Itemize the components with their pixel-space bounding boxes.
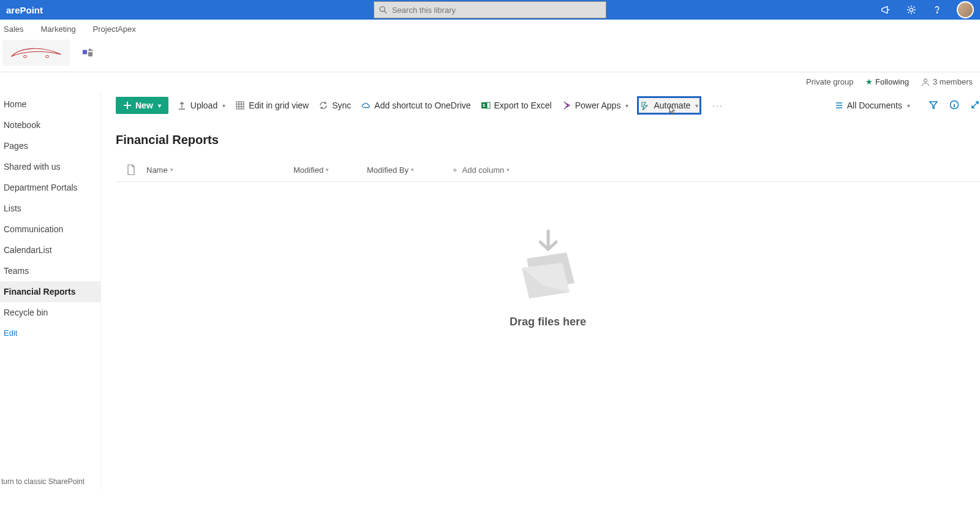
svg-point-2 [910, 8, 913, 11]
person-icon [921, 78, 930, 86]
classic-sharepoint-link[interactable]: turn to classic SharePoint [1, 477, 85, 486]
plus-icon [123, 101, 132, 110]
svg-point-5 [45, 56, 48, 58]
view-icon [835, 101, 843, 110]
search-icon [379, 6, 387, 14]
chevron-down-icon: ▾ [695, 102, 698, 109]
view-selector[interactable]: All Documents▾ [835, 100, 910, 110]
empty-state-text: Drag files here [510, 316, 586, 328]
nav-recycle-bin[interactable]: Recycle bin [0, 302, 100, 323]
chevron-down-icon: ▾ [507, 167, 510, 173]
group-privacy-label: Private group [806, 77, 853, 86]
library-title: Financial Reports [116, 133, 980, 147]
chevron-down-icon: ▾ [625, 102, 628, 109]
empty-library-state[interactable]: Drag files here [116, 225, 980, 328]
svg-line-1 [384, 11, 386, 13]
settings-icon[interactable] [905, 4, 918, 16]
cursor-icon [668, 105, 678, 115]
info-button[interactable] [949, 100, 959, 112]
hub-nav-sales[interactable]: Sales [4, 22, 24, 36]
edit-grid-button[interactable]: Edit in grid view [234, 98, 310, 113]
more-commands-button[interactable]: ··· [709, 100, 727, 110]
search-box[interactable] [374, 1, 606, 18]
powerapps-icon [562, 100, 571, 110]
svg-point-4 [23, 56, 26, 58]
upload-button[interactable]: Upload▾ [176, 98, 227, 113]
teams-icon[interactable] [82, 47, 93, 59]
nav-shared-with-us[interactable]: Shared with us [0, 156, 100, 177]
user-avatar[interactable] [957, 1, 974, 18]
nav-lists[interactable]: Lists [0, 198, 100, 219]
nav-teams[interactable]: Teams [0, 260, 100, 281]
column-modified[interactable]: Modified▾ [293, 165, 367, 175]
nav-financial-reports[interactable]: Financial Reports [0, 281, 100, 302]
hub-nav: Sales Marketing ProjectApex [0, 20, 980, 36]
app-title: arePoint [6, 5, 43, 15]
nav-communication[interactable]: Communication [0, 219, 100, 240]
new-button[interactable]: New ▾ [116, 97, 168, 114]
following-toggle[interactable]: ★ Following [865, 77, 909, 86]
add-shortcut-button[interactable]: Add shortcut to OneDrive [360, 98, 472, 113]
megaphone-icon[interactable] [880, 4, 892, 16]
column-name[interactable]: Name▾ [146, 165, 293, 175]
sync-icon [318, 100, 328, 110]
export-excel-button[interactable]: Export to Excel [480, 98, 553, 113]
svg-rect-6 [83, 50, 87, 54]
svg-point-9 [924, 78, 927, 81]
power-apps-button[interactable]: Power Apps▾ [560, 98, 630, 113]
automate-icon [640, 100, 650, 110]
onedrive-icon [361, 100, 371, 110]
svg-point-0 [380, 7, 385, 12]
column-header-row: Name▾ Modified▾ Modified By▾ +Add column… [116, 158, 980, 182]
hub-nav-marketing[interactable]: Marketing [41, 22, 76, 36]
sync-button[interactable]: Sync [317, 98, 352, 113]
nav-pages[interactable]: Pages [0, 135, 100, 156]
nav-calendarlist[interactable]: CalendarList [0, 240, 100, 260]
empty-folder-icon [508, 225, 588, 305]
upload-icon [177, 100, 187, 110]
svg-rect-10 [236, 102, 244, 109]
grid-icon [235, 100, 245, 110]
search-input[interactable] [392, 6, 606, 15]
svg-rect-12 [487, 102, 490, 108]
chevron-down-icon: ▾ [222, 102, 225, 109]
site-logo[interactable] [2, 40, 70, 66]
nav-notebook[interactable]: Notebook [0, 115, 100, 135]
svg-point-7 [88, 48, 91, 51]
help-icon[interactable] [931, 4, 943, 16]
nav-edit-link[interactable]: Edit [0, 323, 100, 343]
nav-home[interactable]: Home [0, 94, 100, 115]
file-type-column-icon[interactable] [116, 164, 146, 175]
nav-department-portals[interactable]: Department Portals [0, 177, 100, 198]
svg-point-3 [937, 12, 937, 13]
chevron-down-icon: ▾ [170, 167, 173, 173]
add-column-button[interactable]: +Add column▾ [453, 165, 510, 175]
chevron-down-icon: ▾ [411, 167, 414, 173]
hub-nav-projectapex[interactable]: ProjectApex [93, 22, 136, 36]
chevron-down-icon: ▾ [158, 102, 161, 109]
excel-icon [481, 100, 491, 110]
chevron-down-icon: ▾ [907, 102, 910, 109]
side-nav: Home Notebook Pages Shared with us Depar… [0, 91, 101, 490]
svg-point-8 [91, 49, 93, 51]
command-bar: New ▾ Upload▾ Edit in grid view Sync Add… [116, 91, 980, 119]
star-icon: ★ [865, 77, 873, 86]
filter-button[interactable] [929, 100, 938, 112]
automate-button[interactable]: Automate▾ [637, 96, 701, 115]
members-link[interactable]: 3 members [921, 77, 973, 86]
column-modified-by[interactable]: Modified By▾ [367, 165, 453, 175]
expand-button[interactable] [970, 100, 980, 112]
chevron-down-icon: ▾ [326, 167, 329, 173]
